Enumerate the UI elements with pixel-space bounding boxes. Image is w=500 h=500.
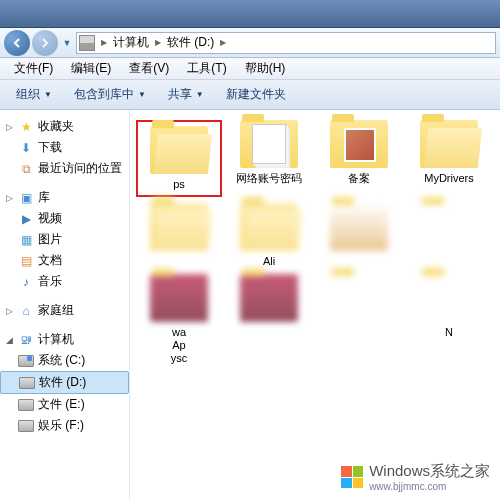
watermark: Windows系统之家 www.bjjmmc.com	[341, 462, 490, 492]
tree-drive-e[interactable]: 文件 (E:)	[0, 394, 129, 415]
tree-drive-d[interactable]: 软件 (D:)	[0, 371, 129, 394]
menu-view[interactable]: 查看(V)	[121, 58, 177, 79]
folder-icon	[150, 203, 208, 251]
folder-ali[interactable]: Ali	[226, 203, 312, 268]
file-item[interactable]	[316, 203, 402, 268]
back-button[interactable]	[4, 30, 30, 56]
file-label: wa Ap ysc 5.5.12-64b.zip	[144, 326, 214, 365]
computer-icon: 🖳	[18, 332, 34, 348]
tree-recent[interactable]: ⧉ 最近访问的位置	[0, 158, 129, 179]
history-dropdown[interactable]: ▼	[60, 34, 74, 52]
tree-homegroup[interactable]: ▷ ⌂ 家庭组	[0, 300, 129, 321]
tree-label: 文件 (E:)	[38, 396, 85, 413]
tree-libraries[interactable]: ▷ ▣ 库	[0, 187, 129, 208]
collapse-icon: ▷	[4, 193, 14, 203]
new-folder-button[interactable]: 新建文件夹	[218, 82, 294, 107]
include-library-button[interactable]: 包含到库中 ▼	[66, 82, 154, 107]
menu-file[interactable]: 文件(F)	[6, 58, 61, 79]
tree-computer[interactable]: ◢ 🖳 计算机	[0, 329, 129, 350]
forward-button[interactable]	[32, 30, 58, 56]
folder-icon	[420, 120, 478, 168]
drive-icon	[19, 377, 35, 389]
tree-label: 下载	[38, 139, 62, 156]
archive-icon	[150, 274, 208, 322]
archive-icon	[240, 274, 298, 322]
toolbar: 组织 ▼ 包含到库中 ▼ 共享 ▼ 新建文件夹	[0, 80, 500, 110]
file-label: 网络账号密码	[236, 172, 302, 185]
tree-label: 娱乐 (F:)	[38, 417, 84, 434]
tree-documents[interactable]: ▤文档	[0, 250, 129, 271]
folder-ps[interactable]: ps	[136, 120, 222, 197]
chevron-right-icon: ▶	[99, 38, 109, 47]
tree-label: 最近访问的位置	[38, 160, 122, 177]
folder-item[interactable]	[136, 203, 222, 268]
chevron-down-icon: ▼	[44, 90, 52, 99]
download-icon: ⬇	[18, 140, 34, 156]
file-item[interactable]	[316, 274, 402, 365]
file-label: 备案	[348, 172, 370, 185]
collapse-icon: ▷	[4, 122, 14, 132]
video-icon: ▶	[18, 211, 34, 227]
file-item[interactable]	[406, 203, 492, 268]
file-label: N	[445, 326, 453, 339]
tree-label: 系统 (C:)	[38, 352, 85, 369]
tree-drive-c[interactable]: 系统 (C:)	[0, 350, 129, 371]
file-icon	[330, 203, 388, 251]
address-bar: ▼ ▶ 计算机 ▶ 软件 (D:) ▶	[0, 28, 500, 58]
drive-icon	[18, 399, 34, 411]
folder-icon	[330, 120, 388, 168]
tree-pictures[interactable]: ▦图片	[0, 229, 129, 250]
tree-drive-f[interactable]: 娱乐 (F:)	[0, 415, 129, 436]
tree-downloads[interactable]: ⬇ 下载	[0, 137, 129, 158]
document-icon: ▤	[18, 253, 34, 269]
folder-network-password[interactable]: 网络账号密码	[226, 120, 312, 197]
windows-logo-icon	[341, 466, 363, 488]
tree-label: 收藏夹	[38, 118, 74, 135]
file-pane[interactable]: ps 网络账号密码 备案 MyDrivers Ali	[130, 110, 500, 500]
tree-label: 软件 (D:)	[39, 374, 86, 391]
chevron-right-icon: ▶	[218, 38, 228, 47]
tree-music[interactable]: ♪音乐	[0, 271, 129, 292]
folder-beian[interactable]: 备案	[316, 120, 402, 197]
menu-bar: 文件(F) 编辑(E) 查看(V) 工具(T) 帮助(H)	[0, 58, 500, 80]
watermark-sub: 系统之家	[430, 462, 490, 479]
tree-label: 文档	[38, 252, 62, 269]
folder-icon	[240, 120, 298, 168]
drive-icon	[18, 420, 34, 432]
music-icon: ♪	[18, 274, 34, 290]
chevron-down-icon: ▼	[196, 90, 204, 99]
share-button[interactable]: 共享 ▼	[160, 82, 212, 107]
tree-favorites[interactable]: ▷ ★ 收藏夹	[0, 116, 129, 137]
tree-label: 计算机	[38, 331, 74, 348]
organize-button[interactable]: 组织 ▼	[8, 82, 60, 107]
file-zip[interactable]: wa Ap ysc 5.5.12-64b.zip	[136, 274, 222, 365]
tree-videos[interactable]: ▶视频	[0, 208, 129, 229]
drive-icon	[18, 355, 34, 367]
tree-label: 音乐	[38, 273, 62, 290]
breadcrumb-drive[interactable]: 软件 (D:)	[163, 34, 218, 51]
menu-help[interactable]: 帮助(H)	[237, 58, 294, 79]
path-box[interactable]: ▶ 计算机 ▶ 软件 (D:) ▶	[76, 32, 496, 54]
file-icon	[330, 274, 388, 322]
folder-icon	[150, 126, 208, 174]
file-label: ps	[173, 178, 185, 191]
chevron-down-icon: ▼	[138, 90, 146, 99]
drive-icon	[79, 35, 95, 51]
watermark-brand: Windows	[369, 462, 430, 479]
content-area: ▷ ★ 收藏夹 ⬇ 下载 ⧉ 最近访问的位置 ▷ ▣ 库 ▶视频 ▦图片 ▤文档…	[0, 110, 500, 500]
menu-tools[interactable]: 工具(T)	[179, 58, 234, 79]
file-icon	[420, 274, 478, 322]
library-icon: ▣	[18, 190, 34, 206]
tree-label: 图片	[38, 231, 62, 248]
menu-edit[interactable]: 编辑(E)	[63, 58, 119, 79]
file-item[interactable]: N	[406, 274, 492, 365]
file-icon	[420, 203, 478, 251]
breadcrumb-computer[interactable]: 计算机	[109, 34, 153, 51]
file-item[interactable]	[226, 274, 312, 365]
homegroup-icon: ⌂	[18, 303, 34, 319]
picture-icon: ▦	[18, 232, 34, 248]
chevron-right-icon: ▶	[153, 38, 163, 47]
star-icon: ★	[18, 119, 34, 135]
folder-mydrivers[interactable]: MyDrivers	[406, 120, 492, 197]
file-label: Ali	[263, 255, 275, 268]
